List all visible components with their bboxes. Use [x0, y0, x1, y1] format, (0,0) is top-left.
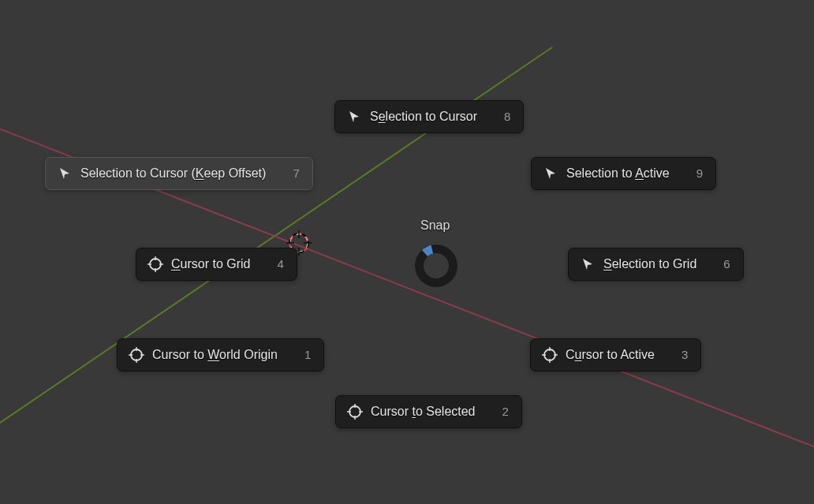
menu-item-label: Cursor to Active: [566, 347, 655, 362]
cursor-3d-icon: [542, 347, 558, 363]
menu-item-shortcut: 6: [723, 257, 730, 271]
menu-item-shortcut: 8: [504, 110, 510, 124]
svg-point-24: [349, 406, 360, 417]
menu-item-shortcut: 9: [696, 166, 703, 181]
pie-timeout-ring: [415, 245, 457, 287]
svg-point-9: [150, 259, 161, 270]
svg-point-19: [544, 349, 555, 360]
menu-item-selection-to-cursor-keep-offset[interactable]: Selection to Cursor (Keep Offset) 7: [45, 157, 313, 190]
arrow-cursor-icon: [57, 166, 73, 181]
menu-item-shortcut: 3: [681, 348, 688, 362]
pie-menu-title: Snap: [420, 218, 450, 233]
menu-item-label: Cursor to World Origin: [152, 347, 278, 362]
menu-item-label: Cursor to Grid: [171, 256, 250, 271]
menu-item-selection-to-cursor[interactable]: Selection to Cursor 8: [334, 100, 524, 133]
menu-item-shortcut: 1: [304, 348, 311, 362]
arrow-cursor-icon: [543, 166, 558, 181]
menu-item-label: Cursor to Selected: [371, 404, 476, 419]
viewport-3d[interactable]: Snap Selection to Cursor 8 Selection to …: [0, 0, 814, 504]
menu-item-label: Selection to Active: [566, 166, 670, 181]
cursor-3d-icon: [347, 404, 363, 420]
menu-item-cursor-to-grid[interactable]: Cursor to Grid 4: [136, 248, 297, 281]
menu-item-shortcut: 7: [293, 166, 299, 181]
cursor-3d-icon: [129, 347, 144, 363]
menu-item-label: Selection to Cursor (Keep Offset): [80, 166, 266, 181]
menu-item-label: Selection to Cursor: [370, 109, 477, 124]
menu-item-label: Selection to Grid: [603, 256, 696, 271]
arrow-cursor-icon: [346, 109, 362, 125]
menu-item-shortcut: 2: [502, 405, 509, 419]
menu-item-selection-to-active[interactable]: Selection to Active 9: [531, 157, 716, 190]
menu-item-cursor-to-active[interactable]: Cursor to Active 3: [530, 338, 701, 371]
menu-item-cursor-to-world-origin[interactable]: Cursor to World Origin 1: [117, 338, 324, 371]
arrow-cursor-icon: [580, 256, 596, 272]
cursor-3d-icon: [147, 256, 163, 272]
menu-item-selection-to-grid[interactable]: Selection to Grid 6: [568, 248, 744, 281]
svg-point-14: [131, 349, 142, 360]
menu-item-shortcut: 4: [277, 257, 283, 271]
menu-item-cursor-to-selected[interactable]: Cursor to Selected 2: [335, 395, 522, 428]
